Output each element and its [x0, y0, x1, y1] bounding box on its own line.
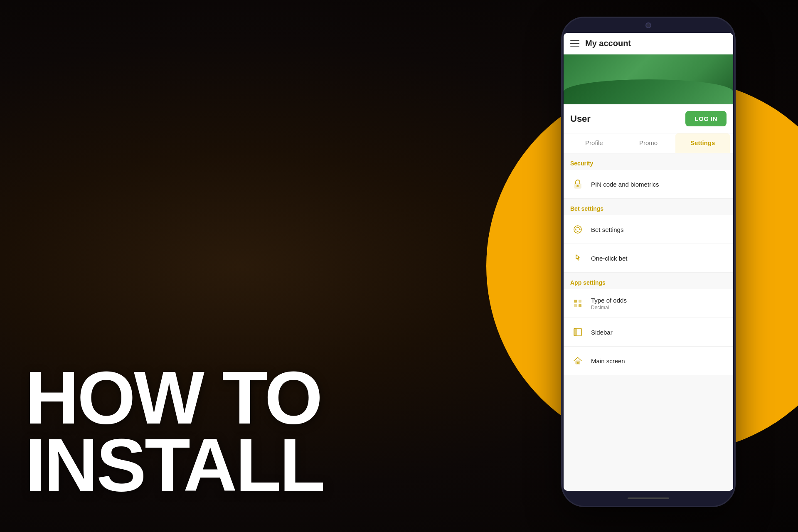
section-header-security: Security — [564, 153, 733, 170]
home-indicator — [628, 498, 669, 499]
settings-item-pin-text: PIN code and biometrics — [591, 181, 727, 188]
settings-item-bet-label: Bet settings — [591, 226, 727, 233]
settings-item-sidebar-label: Sidebar — [591, 329, 727, 336]
settings-item-pin-label: PIN code and biometrics — [591, 181, 727, 188]
settings-item-bet[interactable]: Bet settings — [564, 215, 733, 244]
settings-item-bet-text: Bet settings — [591, 226, 727, 233]
odds-icon — [570, 296, 585, 311]
tab-settings[interactable]: Settings — [675, 133, 730, 153]
settings-item-odds[interactable]: Type of odds Decimal — [564, 289, 733, 318]
settings-item-oneclick-label: One-click bet — [591, 255, 727, 262]
tab-promo[interactable]: Promo — [621, 133, 676, 153]
svg-point-2 — [577, 185, 579, 187]
bet-icon — [570, 222, 585, 237]
hero-text: HOW TO INSTALL — [25, 364, 324, 499]
hero-line2: INSTALL — [25, 431, 324, 499]
lock-icon — [570, 177, 585, 192]
hamburger-icon[interactable] — [570, 40, 579, 47]
section-header-bet: Bet settings — [564, 199, 733, 215]
settings-item-oneclick-text: One-click bet — [591, 255, 727, 262]
phone-mockup: My account User LOG IN Profile Promo Set… — [561, 17, 736, 507]
app-header-title: My account — [585, 39, 631, 48]
green-banner — [564, 54, 733, 104]
section-header-app: App settings — [564, 273, 733, 289]
sidebar-icon — [570, 325, 585, 340]
click-icon — [570, 251, 585, 266]
settings-item-odds-label: Type of odds — [591, 297, 727, 304]
svg-rect-5 — [574, 300, 577, 303]
tabs-row: Profile Promo Settings — [564, 133, 733, 153]
svg-rect-10 — [574, 328, 577, 336]
settings-item-pin[interactable]: PIN code and biometrics — [564, 170, 733, 199]
settings-item-odds-text: Type of odds Decimal — [591, 297, 727, 310]
settings-item-oneclick[interactable]: One-click bet — [564, 244, 733, 273]
app-header: My account — [564, 33, 733, 54]
svg-rect-6 — [579, 300, 581, 303]
user-row: User LOG IN — [564, 104, 733, 133]
settings-item-mainscreen-label: Main screen — [591, 357, 727, 365]
phone-shell: My account User LOG IN Profile Promo Set… — [561, 17, 736, 507]
svg-rect-7 — [574, 304, 577, 307]
home-icon — [570, 353, 585, 368]
phone-notch — [562, 18, 734, 33]
phone-bottom-bar — [562, 491, 734, 506]
username-label: User — [570, 113, 591, 124]
svg-rect-8 — [579, 304, 581, 307]
settings-item-sidebar-text: Sidebar — [591, 329, 727, 336]
svg-rect-12 — [577, 362, 579, 364]
phone-camera — [645, 22, 651, 28]
phone-screen: My account User LOG IN Profile Promo Set… — [564, 33, 733, 491]
settings-item-mainscreen-text: Main screen — [591, 357, 727, 365]
login-button[interactable]: LOG IN — [685, 111, 727, 126]
settings-item-sidebar[interactable]: Sidebar — [564, 318, 733, 347]
settings-content: Security PIN code and biometrics — [564, 153, 733, 491]
tab-profile[interactable]: Profile — [567, 133, 621, 153]
settings-item-mainscreen[interactable]: Main screen — [564, 347, 733, 375]
settings-item-odds-sublabel: Decimal — [591, 305, 727, 310]
hero-line1: HOW TO — [25, 364, 324, 431]
